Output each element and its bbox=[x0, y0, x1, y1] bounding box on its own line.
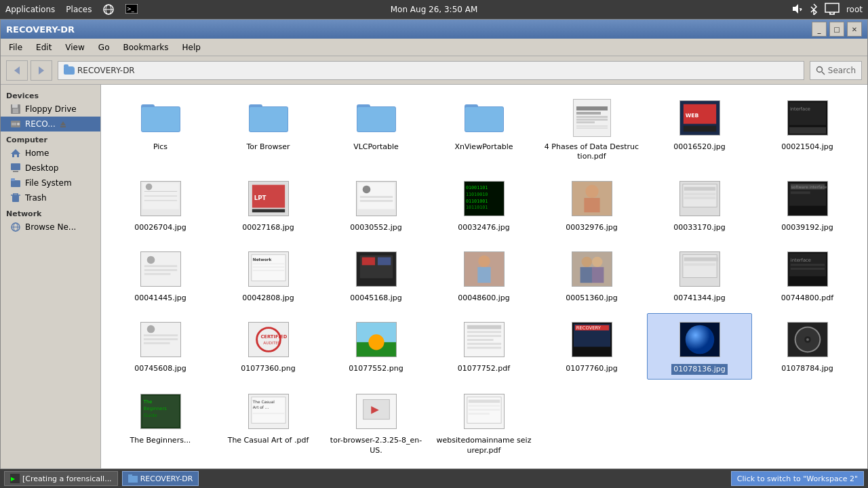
list-item[interactable]: RECOVERY 01077760.jpg bbox=[539, 313, 644, 380]
applications-menu[interactable]: Applications bbox=[5, 5, 55, 14]
list-item[interactable]: WEB 00016520.jpg bbox=[647, 92, 752, 167]
list-item[interactable]: TheBeginnersGuide The Beginners... bbox=[108, 385, 213, 460]
taskbar-filemanager[interactable]: RECOVERY-DR bbox=[122, 471, 199, 486]
system-bar-right: root bbox=[791, 3, 863, 17]
sidebar-item-network[interactable]: Browse Ne... bbox=[1, 220, 100, 235]
taskbar-terminal[interactable]: ▶ [Creating a forensicall... bbox=[4, 471, 118, 486]
svg-rect-71 bbox=[359, 200, 392, 202]
terminal-taskbar-icon: ▶ bbox=[10, 474, 20, 483]
list-item[interactable]: 00045168.jpg bbox=[323, 243, 429, 308]
volume-icon[interactable] bbox=[791, 3, 803, 17]
list-item[interactable]: 00032976.jpg bbox=[539, 172, 644, 237]
list-item[interactable]: 01077752.pdf bbox=[431, 313, 536, 380]
svg-point-133 bbox=[368, 334, 384, 350]
taskbar-filemanager-label: RECOVERY-DR bbox=[140, 474, 193, 483]
svg-text:11010010: 11010010 bbox=[465, 192, 488, 197]
system-bar-left: Applications Places >_ bbox=[5, 3, 138, 16]
svg-text:The: The bbox=[142, 400, 152, 405]
folder-icon bbox=[357, 101, 396, 135]
svg-point-146 bbox=[685, 325, 714, 354]
taskbar: ▶ [Creating a forensicall... RECOVERY-DR… bbox=[0, 469, 868, 488]
svg-text:software interface: software interface bbox=[791, 185, 827, 189]
back-button[interactable] bbox=[6, 60, 28, 81]
svg-text:▶: ▶ bbox=[11, 476, 16, 482]
list-item[interactable]: software interface 00039192.jpg bbox=[755, 172, 860, 237]
breadcrumb[interactable]: RECOVERY-DR bbox=[64, 66, 135, 75]
list-item[interactable]: interface 00021504.jpg bbox=[755, 92, 860, 167]
list-item[interactable]: The CasualArt of ... The Casual Art of .… bbox=[216, 385, 321, 460]
trash-icon bbox=[10, 192, 21, 203]
devices-section-label: Devices bbox=[1, 87, 100, 102]
file-view[interactable]: Pics Tor Browser VLCPortable bbox=[101, 85, 867, 468]
sidebar: Devices Floppy Drive RECO... Computer Ho… bbox=[1, 85, 101, 468]
list-item[interactable]: 00030552.jpg bbox=[323, 172, 429, 237]
list-item[interactable]: 01078136.jpg bbox=[647, 313, 752, 380]
go-menu[interactable]: Go bbox=[93, 41, 115, 54]
edit-menu[interactable]: Edit bbox=[31, 41, 57, 54]
svg-rect-120 bbox=[790, 264, 824, 266]
folder-icon bbox=[64, 66, 75, 75]
list-item[interactable]: tor-browser-2.3.25-8_en-US. bbox=[323, 385, 429, 460]
list-item[interactable]: 00026704.jpg bbox=[108, 172, 213, 237]
help-menu[interactable]: Help bbox=[177, 41, 206, 54]
list-item[interactable]: websitedomainname seizurepr.pdf bbox=[431, 385, 536, 460]
terminal-icon: >_ bbox=[125, 4, 138, 16]
list-item[interactable]: 01078784.jpg bbox=[755, 313, 860, 380]
svg-rect-84 bbox=[684, 197, 715, 199]
svg-rect-92 bbox=[144, 265, 176, 267]
list-item[interactable]: interface 00744800.pdf bbox=[755, 243, 860, 308]
sidebar-item-desktop[interactable]: Desktop bbox=[1, 161, 100, 176]
list-item[interactable]: Tor Browser bbox=[216, 92, 321, 167]
list-item[interactable]: 00051360.jpg bbox=[539, 243, 644, 308]
list-item[interactable]: 01001101110100100110100110110101 0003247… bbox=[431, 172, 536, 237]
sidebar-item-filesystem[interactable]: File System bbox=[1, 176, 100, 190]
floppy-icon bbox=[10, 104, 21, 115]
sidebar-item-home[interactable]: Home bbox=[1, 146, 100, 161]
list-item[interactable]: VLCPortable bbox=[323, 92, 429, 167]
view-menu[interactable]: View bbox=[60, 41, 90, 54]
places-menu[interactable]: Places bbox=[66, 5, 92, 14]
bookmarks-menu[interactable]: Bookmarks bbox=[117, 41, 174, 54]
list-item[interactable]: 01077552.png bbox=[323, 313, 429, 380]
minimize-button[interactable]: _ bbox=[812, 22, 827, 37]
svg-point-62 bbox=[145, 183, 152, 190]
list-item[interactable]: 00745608.jpg bbox=[108, 313, 213, 380]
sidebar-item-reco[interactable]: RECO... bbox=[1, 117, 100, 131]
svg-rect-52 bbox=[683, 126, 715, 132]
username-display: root bbox=[846, 5, 863, 14]
list-item[interactable]: LPT 00027168.jpg bbox=[216, 172, 321, 237]
svg-rect-42 bbox=[250, 107, 288, 131]
list-item[interactable]: XnViewPortable bbox=[431, 92, 536, 167]
window-title: RECOVERY-DR bbox=[6, 24, 75, 35]
list-item[interactable]: 00048600.jpg bbox=[431, 243, 536, 308]
list-item[interactable]: 4 Phases of Data Destruction.pdf bbox=[539, 92, 644, 167]
desktop-icon bbox=[10, 163, 21, 174]
list-item[interactable]: CERTIFIEDAUDITED 01077360.png bbox=[216, 313, 321, 380]
svg-point-123 bbox=[146, 325, 155, 333]
home-icon bbox=[10, 148, 21, 159]
bluetooth-icon[interactable] bbox=[810, 3, 818, 17]
files-grid: Pics Tor Browser VLCPortable bbox=[108, 92, 861, 460]
workspace-indicator[interactable]: Click to switch to "Workspace 2" bbox=[731, 471, 864, 486]
svg-text:>_: >_ bbox=[127, 6, 135, 12]
folder-icon bbox=[141, 101, 180, 135]
list-item[interactable]: Pics bbox=[108, 92, 213, 167]
taskbar-terminal-label: [Creating a forensicall... bbox=[22, 474, 112, 483]
sidebar-item-floppy[interactable]: Floppy Drive bbox=[1, 102, 100, 117]
list-item[interactable]: Network 00042808.jpg bbox=[216, 243, 321, 308]
forward-button[interactable] bbox=[31, 60, 52, 81]
file-menu[interactable]: File bbox=[3, 41, 28, 54]
maximize-button[interactable]: □ bbox=[829, 22, 844, 37]
svg-rect-25 bbox=[11, 163, 20, 170]
list-item[interactable]: 00033170.jpg bbox=[647, 172, 752, 237]
close-button[interactable]: ✕ bbox=[847, 22, 862, 37]
sidebar-item-trash[interactable]: Trash bbox=[1, 190, 100, 205]
svg-marker-5 bbox=[793, 4, 798, 14]
svg-rect-98 bbox=[252, 263, 283, 264]
list-item[interactable]: 00041445.jpg bbox=[108, 243, 213, 308]
svg-rect-139 bbox=[467, 343, 500, 345]
svg-rect-56 bbox=[789, 127, 825, 134]
svg-point-20 bbox=[17, 123, 20, 125]
list-item[interactable]: 00741344.jpg bbox=[647, 243, 752, 308]
svg-rect-21 bbox=[12, 123, 16, 125]
